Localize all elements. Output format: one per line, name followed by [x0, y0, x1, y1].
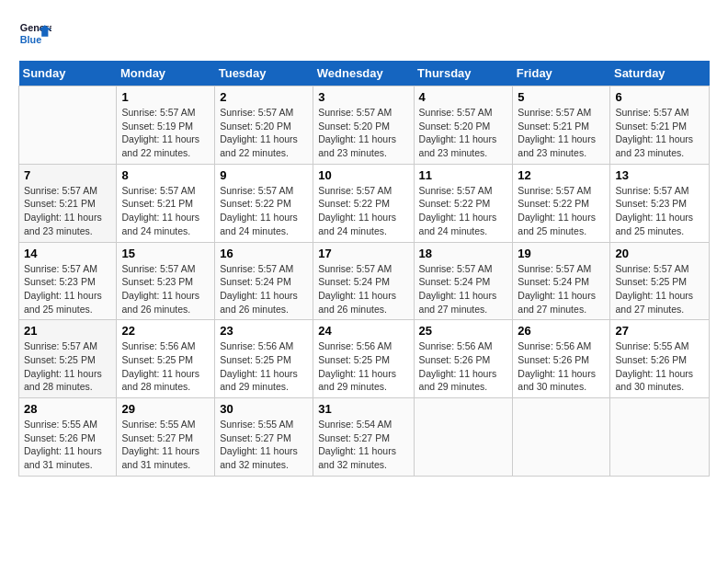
day-number: 10 — [318, 168, 408, 182]
calendar-week-row: 7Sunrise: 5:57 AM Sunset: 5:21 PM Daylig… — [19, 164, 710, 242]
day-number: 26 — [518, 324, 605, 338]
calendar-header-row: SundayMondayTuesdayWednesdayThursdayFrid… — [19, 61, 710, 86]
calendar-cell: 25Sunrise: 5:56 AM Sunset: 5:26 PM Dayli… — [414, 320, 513, 398]
calendar-cell: 9Sunrise: 5:57 AM Sunset: 5:22 PM Daylig… — [215, 164, 313, 242]
day-number: 23 — [220, 324, 308, 338]
day-info: Sunrise: 5:56 AM Sunset: 5:25 PM Dayligh… — [318, 339, 408, 394]
day-info: Sunrise: 5:56 AM Sunset: 5:26 PM Dayligh… — [518, 339, 605, 394]
calendar-cell: 23Sunrise: 5:56 AM Sunset: 5:25 PM Dayli… — [215, 320, 313, 398]
day-number: 30 — [220, 402, 308, 416]
calendar-cell: 1Sunrise: 5:57 AM Sunset: 5:19 PM Daylig… — [117, 86, 215, 165]
calendar-cell: 20Sunrise: 5:57 AM Sunset: 5:25 PM Dayli… — [610, 242, 710, 320]
page-header: General Blue — [18, 18, 710, 52]
header-cell-wednesday: Wednesday — [313, 61, 414, 86]
calendar-cell: 14Sunrise: 5:57 AM Sunset: 5:23 PM Dayli… — [19, 242, 117, 320]
day-number: 7 — [24, 168, 111, 182]
calendar-cell: 15Sunrise: 5:57 AM Sunset: 5:23 PM Dayli… — [117, 242, 215, 320]
calendar-cell: 10Sunrise: 5:57 AM Sunset: 5:22 PM Dayli… — [313, 164, 414, 242]
calendar-cell: 18Sunrise: 5:57 AM Sunset: 5:24 PM Dayli… — [414, 242, 513, 320]
header-cell-thursday: Thursday — [414, 61, 513, 86]
day-number: 19 — [518, 247, 605, 260]
day-number: 21 — [24, 324, 111, 338]
calendar-cell: 26Sunrise: 5:56 AM Sunset: 5:26 PM Dayli… — [513, 320, 610, 398]
day-info: Sunrise: 5:57 AM Sunset: 5:19 PM Dayligh… — [121, 106, 210, 160]
day-number: 3 — [318, 90, 408, 104]
day-number: 11 — [419, 168, 508, 182]
calendar-week-row: 28Sunrise: 5:55 AM Sunset: 5:26 PM Dayli… — [19, 398, 710, 477]
header-cell-monday: Monday — [117, 61, 215, 86]
day-number: 22 — [121, 324, 210, 338]
calendar-cell: 3Sunrise: 5:57 AM Sunset: 5:20 PM Daylig… — [313, 86, 414, 165]
day-info: Sunrise: 5:57 AM Sunset: 5:21 PM Dayligh… — [518, 106, 605, 160]
day-info: Sunrise: 5:57 AM Sunset: 5:22 PM Dayligh… — [419, 184, 508, 238]
day-number: 24 — [318, 324, 408, 338]
day-info: Sunrise: 5:57 AM Sunset: 5:23 PM Dayligh… — [121, 262, 210, 316]
day-number: 2 — [220, 90, 308, 104]
calendar-cell — [513, 398, 610, 477]
day-number: 18 — [419, 247, 508, 260]
day-number: 29 — [121, 402, 210, 416]
day-info: Sunrise: 5:57 AM Sunset: 5:25 PM Dayligh… — [615, 262, 704, 316]
header-cell-tuesday: Tuesday — [215, 61, 313, 86]
day-number: 15 — [121, 247, 210, 260]
day-info: Sunrise: 5:57 AM Sunset: 5:23 PM Dayligh… — [615, 184, 704, 238]
day-info: Sunrise: 5:54 AM Sunset: 5:27 PM Dayligh… — [318, 418, 408, 472]
calendar-cell: 12Sunrise: 5:57 AM Sunset: 5:22 PM Dayli… — [513, 164, 610, 242]
day-number: 27 — [615, 324, 704, 338]
header-cell-friday: Friday — [513, 61, 610, 86]
day-info: Sunrise: 5:56 AM Sunset: 5:25 PM Dayligh… — [220, 339, 308, 394]
day-info: Sunrise: 5:57 AM Sunset: 5:22 PM Dayligh… — [318, 184, 408, 238]
day-info: Sunrise: 5:57 AM Sunset: 5:22 PM Dayligh… — [220, 184, 308, 238]
svg-text:Blue: Blue — [20, 34, 41, 45]
day-number: 13 — [615, 168, 704, 182]
calendar-cell — [19, 86, 117, 165]
day-info: Sunrise: 5:57 AM Sunset: 5:21 PM Dayligh… — [24, 184, 111, 238]
day-number: 8 — [121, 168, 210, 182]
calendar-cell: 27Sunrise: 5:55 AM Sunset: 5:26 PM Dayli… — [610, 320, 710, 398]
day-number: 25 — [419, 324, 508, 338]
day-number: 16 — [220, 247, 308, 260]
day-number: 5 — [518, 90, 605, 104]
calendar-body: 1Sunrise: 5:57 AM Sunset: 5:19 PM Daylig… — [19, 86, 710, 477]
day-number: 14 — [24, 247, 111, 260]
calendar-cell: 8Sunrise: 5:57 AM Sunset: 5:21 PM Daylig… — [117, 164, 215, 242]
calendar-week-row: 21Sunrise: 5:57 AM Sunset: 5:25 PM Dayli… — [19, 320, 710, 398]
day-number: 4 — [419, 90, 508, 104]
calendar-cell: 30Sunrise: 5:55 AM Sunset: 5:27 PM Dayli… — [215, 398, 313, 477]
calendar-table: SundayMondayTuesdayWednesdayThursdayFrid… — [18, 61, 710, 477]
day-info: Sunrise: 5:55 AM Sunset: 5:26 PM Dayligh… — [24, 418, 111, 472]
calendar-cell: 28Sunrise: 5:55 AM Sunset: 5:26 PM Dayli… — [19, 398, 117, 477]
calendar-cell: 7Sunrise: 5:57 AM Sunset: 5:21 PM Daylig… — [19, 164, 117, 242]
logo-icon: General Blue — [18, 18, 51, 52]
calendar-cell: 24Sunrise: 5:56 AM Sunset: 5:25 PM Dayli… — [313, 320, 414, 398]
day-info: Sunrise: 5:57 AM Sunset: 5:20 PM Dayligh… — [419, 106, 508, 160]
calendar-cell: 22Sunrise: 5:56 AM Sunset: 5:25 PM Dayli… — [117, 320, 215, 398]
calendar-cell — [610, 398, 710, 477]
day-info: Sunrise: 5:56 AM Sunset: 5:25 PM Dayligh… — [121, 339, 210, 394]
day-info: Sunrise: 5:57 AM Sunset: 5:24 PM Dayligh… — [220, 262, 308, 316]
calendar-cell: 11Sunrise: 5:57 AM Sunset: 5:22 PM Dayli… — [414, 164, 513, 242]
day-number: 1 — [121, 90, 210, 104]
day-info: Sunrise: 5:57 AM Sunset: 5:21 PM Dayligh… — [615, 106, 704, 160]
day-info: Sunrise: 5:57 AM Sunset: 5:24 PM Dayligh… — [318, 262, 408, 316]
calendar-cell: 29Sunrise: 5:55 AM Sunset: 5:27 PM Dayli… — [117, 398, 215, 477]
calendar-cell: 6Sunrise: 5:57 AM Sunset: 5:21 PM Daylig… — [610, 86, 710, 165]
day-number: 17 — [318, 247, 408, 260]
day-info: Sunrise: 5:57 AM Sunset: 5:24 PM Dayligh… — [518, 262, 605, 316]
calendar-cell: 5Sunrise: 5:57 AM Sunset: 5:21 PM Daylig… — [513, 86, 610, 165]
day-number: 9 — [220, 168, 308, 182]
day-info: Sunrise: 5:55 AM Sunset: 5:26 PM Dayligh… — [615, 339, 704, 394]
calendar-cell: 19Sunrise: 5:57 AM Sunset: 5:24 PM Dayli… — [513, 242, 610, 320]
calendar-cell: 16Sunrise: 5:57 AM Sunset: 5:24 PM Dayli… — [215, 242, 313, 320]
calendar-cell: 21Sunrise: 5:57 AM Sunset: 5:25 PM Dayli… — [19, 320, 117, 398]
day-info: Sunrise: 5:57 AM Sunset: 5:23 PM Dayligh… — [24, 262, 111, 316]
day-info: Sunrise: 5:56 AM Sunset: 5:26 PM Dayligh… — [419, 339, 508, 394]
calendar-cell — [414, 398, 513, 477]
calendar-cell: 31Sunrise: 5:54 AM Sunset: 5:27 PM Dayli… — [313, 398, 414, 477]
calendar-cell: 4Sunrise: 5:57 AM Sunset: 5:20 PM Daylig… — [414, 86, 513, 165]
day-number: 12 — [518, 168, 605, 182]
header-cell-saturday: Saturday — [610, 61, 710, 86]
calendar-cell: 2Sunrise: 5:57 AM Sunset: 5:20 PM Daylig… — [215, 86, 313, 165]
day-info: Sunrise: 5:55 AM Sunset: 5:27 PM Dayligh… — [220, 418, 308, 472]
day-info: Sunrise: 5:57 AM Sunset: 5:25 PM Dayligh… — [24, 339, 111, 394]
